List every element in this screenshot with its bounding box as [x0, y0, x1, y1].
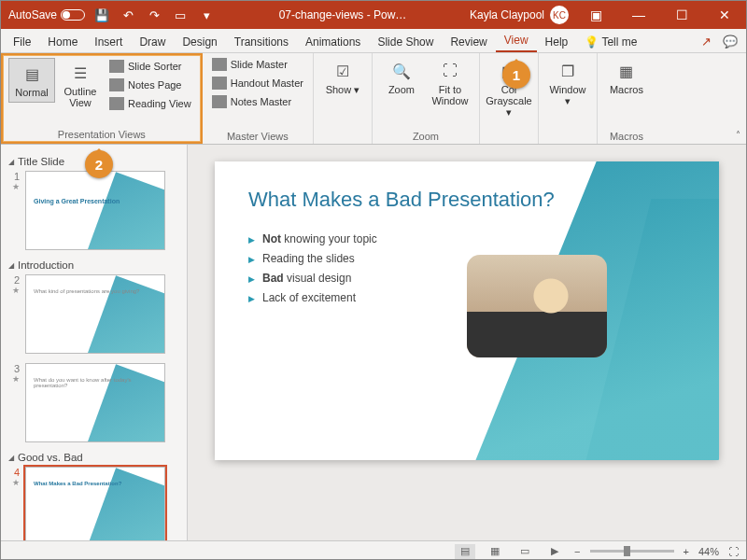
normal-view-button[interactable]: ▤ Normal: [8, 58, 55, 103]
slide-thumbnail-panel[interactable]: Title Slide 1★ Giving a Great Presentati…: [1, 145, 188, 540]
group-label: Master Views: [208, 129, 307, 144]
group-zoom: 🔍 Zoom ⛶ Fit to Window Zoom: [373, 53, 480, 144]
notes-page-button[interactable]: Notes Page: [106, 77, 195, 93]
outline-view-icon: ☰: [66, 62, 94, 84]
group-color-grayscale: ◧ Col Grayscale ▾ 1: [480, 53, 539, 144]
tab-review[interactable]: Review: [442, 32, 495, 52]
zoom-button[interactable]: 🔍 Zoom: [378, 56, 425, 99]
slide-master-button[interactable]: Slide Master: [208, 56, 307, 73]
group-presentation-views: ▤ Normal ☰ Outline View Slide Sorter Not…: [1, 53, 203, 144]
reading-view-label: Reading View: [128, 98, 191, 109]
slide-thumbnail-selected[interactable]: What Makes a Bad Presentation?: [25, 467, 165, 540]
callout-2: 2: [85, 150, 113, 178]
tab-home[interactable]: Home: [39, 32, 86, 52]
fit-to-window-button[interactable]: ⛶ Fit to Window: [427, 56, 473, 110]
qat-more-icon[interactable]: ▾: [197, 6, 216, 24]
start-slideshow-icon[interactable]: ▭: [171, 6, 190, 24]
autosave-toggle[interactable]: AutoSave: [8, 8, 85, 21]
tab-slideshow[interactable]: Slide Show: [369, 32, 442, 52]
thumb-caption: What Makes a Bad Presentation?: [34, 481, 121, 486]
ribbon-tabs: File Home Insert Draw Design Transitions…: [1, 29, 746, 53]
slide-title[interactable]: What Makes a Bad Presentation?: [248, 188, 685, 212]
zoom-label: Zoom: [388, 84, 415, 95]
color-grayscale-label: Col Grayscale ▾: [486, 84, 532, 119]
zoom-slider[interactable]: [590, 550, 674, 553]
redo-icon[interactable]: ↷: [145, 6, 163, 24]
thumbnail-row[interactable]: 2★ What kind of presentations are you gi…: [8, 274, 179, 354]
slide[interactable]: What Makes a Bad Presentation? Not knowi…: [215, 161, 719, 460]
reading-view-statusbtn[interactable]: ▭: [514, 544, 535, 559]
tab-file[interactable]: File: [5, 32, 39, 52]
zoom-out-button[interactable]: −: [574, 546, 580, 557]
macros-button[interactable]: ▦ Macros: [603, 56, 650, 99]
tab-design[interactable]: Design: [174, 32, 225, 52]
tab-draw[interactable]: Draw: [131, 32, 174, 52]
reading-view-button[interactable]: Reading View: [106, 95, 195, 112]
comments-icon[interactable]: 💬: [718, 31, 742, 52]
zoom-icon: 🔍: [388, 60, 416, 82]
document-title: 07-change-views - Pow…: [216, 8, 470, 21]
minimize-icon[interactable]: —: [617, 1, 660, 29]
outline-view-button[interactable]: ☰ Outline View: [57, 58, 104, 112]
tab-view[interactable]: View: [496, 30, 537, 52]
thumbnail-row[interactable]: 3★ What do you want to know after today'…: [8, 363, 179, 442]
normal-view-statusbtn[interactable]: ▤: [455, 544, 475, 559]
notes-master-button[interactable]: Notes Master: [208, 93, 307, 110]
notes-master-label: Notes Master: [231, 96, 291, 107]
window-icon: ❐: [554, 60, 582, 82]
handout-master-button[interactable]: Handout Master: [208, 75, 307, 91]
window-label: Window ▾: [546, 84, 589, 107]
handout-master-icon: [212, 77, 227, 90]
tell-me[interactable]: 💡 Tell me: [576, 32, 645, 52]
slide-number: 4★: [8, 467, 20, 487]
show-button[interactable]: ☑ Show ▾: [319, 56, 366, 100]
slide-thumbnail[interactable]: What do you want to know after today's p…: [25, 363, 165, 442]
section-header[interactable]: Good vs. Bad: [8, 452, 179, 463]
window-button[interactable]: ❐ Window ▾: [544, 56, 591, 111]
user-name: Kayla Claypool: [470, 8, 544, 21]
notes-page-icon: [109, 78, 124, 91]
undo-icon[interactable]: ↶: [119, 6, 137, 24]
thumbnail-row[interactable]: 4★ What Makes a Bad Presentation?: [8, 467, 179, 540]
bullet-item[interactable]: Not knowing your topic: [248, 232, 685, 245]
slide-sorter-label: Slide Sorter: [128, 61, 181, 72]
tab-help[interactable]: Help: [537, 32, 577, 52]
ribbon: ▤ Normal ☰ Outline View Slide Sorter Not…: [1, 53, 746, 145]
slide-sorter-icon: [109, 60, 124, 73]
normal-view-label: Normal: [15, 87, 48, 98]
callout-1: 1: [502, 61, 530, 89]
outline-view-label: Outline View: [59, 86, 102, 108]
thumbnail-row[interactable]: 1★ Giving a Great Presentation: [8, 171, 179, 250]
slide-master-icon: [212, 58, 227, 71]
slide-master-label: Slide Master: [231, 59, 288, 70]
status-bar: ▤ ▦ ▭ ▶ − + 44% ⛶: [1, 540, 746, 560]
section-header[interactable]: Introduction: [8, 259, 179, 271]
tab-insert[interactable]: Insert: [86, 32, 131, 52]
user-avatar[interactable]: KC: [550, 6, 569, 24]
tab-animations[interactable]: Animations: [297, 32, 369, 52]
slide-sorter-button[interactable]: Slide Sorter: [106, 58, 195, 75]
zoom-in-button[interactable]: +: [684, 546, 689, 557]
group-label: Presentation Views: [8, 127, 195, 142]
collapse-ribbon-icon[interactable]: ˄: [736, 130, 740, 140]
slide-thumbnail[interactable]: Giving a Great Presentation: [25, 171, 165, 250]
share-icon[interactable]: ↗: [694, 31, 718, 52]
slide-thumbnail[interactable]: What kind of presentations are you givin…: [25, 274, 165, 354]
slide-canvas-area[interactable]: What Makes a Bad Presentation? Not knowi…: [188, 145, 746, 540]
reading-view-icon: [109, 97, 124, 110]
ribbon-display-icon[interactable]: ▣: [574, 1, 617, 29]
slide-image[interactable]: [467, 255, 607, 357]
maximize-icon[interactable]: ☐: [660, 1, 703, 29]
group-label: Zoom: [378, 129, 473, 144]
title-bar: AutoSave 💾 ↶ ↷ ▭ ▾ 07-change-views - Pow…: [1, 1, 746, 29]
save-icon[interactable]: 💾: [92, 6, 111, 24]
slideshow-statusbtn[interactable]: ▶: [544, 544, 565, 559]
show-label: Show ▾: [326, 84, 360, 96]
tab-transitions[interactable]: Transitions: [226, 32, 297, 52]
fit-to-window-statusbtn[interactable]: ⛶: [728, 546, 739, 557]
close-icon[interactable]: ✕: [703, 1, 746, 29]
autosave-label: AutoSave: [8, 8, 57, 21]
zoom-percent[interactable]: 44%: [698, 546, 719, 557]
thumb-caption: Giving a Great Presentation: [34, 198, 120, 204]
sorter-view-statusbtn[interactable]: ▦: [485, 544, 505, 559]
